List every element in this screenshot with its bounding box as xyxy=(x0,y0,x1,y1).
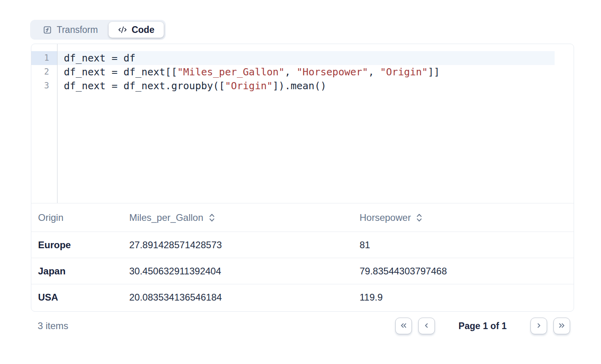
table-body: Europe27.89142857142857381Japan30.450632… xyxy=(31,232,574,310)
page: Transform Code 123 df_next = dfdf_next =… xyxy=(0,0,601,364)
function-square-icon xyxy=(43,25,52,34)
tab-code-label: Code xyxy=(132,25,155,35)
table-footer: 3 items Page 1 of 1 xyxy=(31,318,570,334)
column-label: Miles_per_Gallon xyxy=(129,212,203,223)
prev-page-button[interactable] xyxy=(418,318,435,334)
column-header-miles-per-gallon[interactable]: Miles_per_Gallon xyxy=(129,212,360,223)
tab-transform[interactable]: Transform xyxy=(32,22,109,38)
line-number: 2 xyxy=(31,65,57,79)
panel: 123 df_next = dfdf_next = df_next[["Mile… xyxy=(31,44,574,312)
line-number: 1 xyxy=(31,51,57,65)
column-label: Origin xyxy=(38,212,63,223)
value-cell: 20.083534136546184 xyxy=(129,292,360,303)
value-cell: 79.83544303797468 xyxy=(360,266,574,277)
editor-gutter: 123 xyxy=(31,44,57,203)
table-row: USA20.083534136546184119.9 xyxy=(31,284,574,310)
origin-cell: Japan xyxy=(31,266,129,277)
value-cell: 119.9 xyxy=(360,292,574,303)
value-cell: 81 xyxy=(360,239,574,251)
view-tabs: Transform Code xyxy=(30,20,166,40)
column-label: Horsepower xyxy=(360,212,411,223)
code-line: df_next = df_next.groupby(["Origin"]).me… xyxy=(57,79,555,93)
column-header-horsepower[interactable]: Horsepower xyxy=(360,212,574,223)
code-line: df_next = df xyxy=(57,51,555,65)
page-indicator: Page 1 of 1 xyxy=(459,321,507,331)
tab-code[interactable]: Code xyxy=(109,22,164,38)
chevrons-right-icon xyxy=(557,321,566,331)
items-count: 3 items xyxy=(31,320,68,331)
first-page-button[interactable] xyxy=(395,318,412,334)
result-table: Origin Miles_per_Gallon Horsepower xyxy=(31,203,574,310)
chevron-left-icon xyxy=(422,321,431,331)
table-row: Europe27.89142857142857381 xyxy=(31,232,574,258)
code-editor[interactable]: 123 df_next = dfdf_next = df_next[["Mile… xyxy=(31,44,574,203)
table-row: Japan30.45063291139240479.83544303797468 xyxy=(31,258,574,284)
chevron-right-icon xyxy=(534,321,543,331)
chevrons-left-icon xyxy=(399,321,408,331)
origin-cell: USA xyxy=(31,292,129,303)
sort-icon[interactable] xyxy=(416,213,423,223)
code-icon xyxy=(118,25,127,34)
table-header-row: Origin Miles_per_Gallon Horsepower xyxy=(31,203,574,232)
value-cell: 27.891428571428573 xyxy=(129,239,360,251)
sort-icon[interactable] xyxy=(209,213,215,223)
column-header-origin: Origin xyxy=(31,212,129,223)
last-page-button[interactable] xyxy=(553,318,570,334)
line-number: 3 xyxy=(31,79,57,93)
origin-cell: Europe xyxy=(31,239,129,251)
editor-content: df_next = dfdf_next = df_next[["Miles_pe… xyxy=(57,44,574,203)
pagination: Page 1 of 1 xyxy=(395,318,570,334)
tab-transform-label: Transform xyxy=(57,25,98,35)
next-page-button[interactable] xyxy=(530,318,547,334)
value-cell: 30.450632911392404 xyxy=(129,266,360,277)
code-line: df_next = df_next[["Miles_per_Gallon", "… xyxy=(57,65,555,79)
